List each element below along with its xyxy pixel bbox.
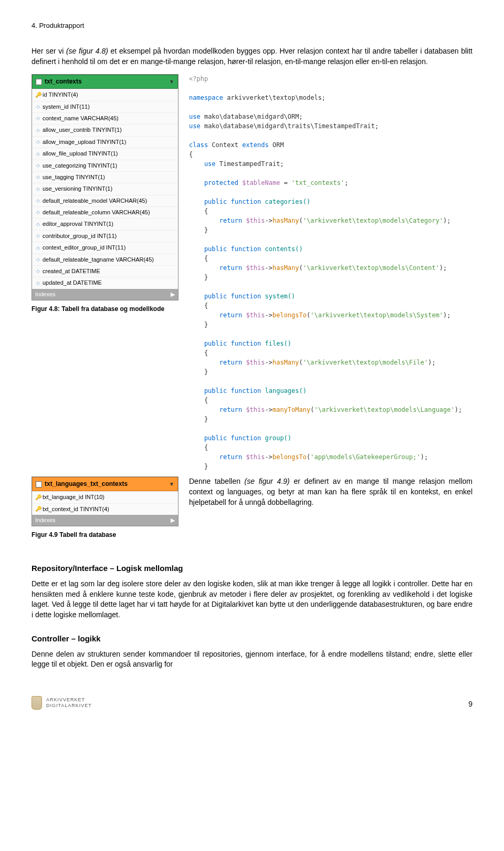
code-kw: use — [189, 113, 204, 120]
diamond-icon: ◇ — [35, 268, 40, 275]
code-op: -> — [265, 359, 272, 366]
code-string: '\arkivverket\textop\models\Category' — [303, 217, 443, 224]
intro-text-1: Her ser vi — [32, 47, 66, 55]
code-var: $this — [246, 453, 265, 461]
db-row: ◇editor_approval TINYINT(1) — [32, 218, 178, 230]
db-field: use_tagging TINYINT(1) — [43, 173, 105, 181]
collapse-icon: ▼ — [169, 78, 174, 86]
code-kw: public function — [189, 434, 265, 442]
db-field: default_relateable_tagname VARCHAR(45) — [43, 256, 154, 264]
db-row: ◇context_editor_group_id INT(11) — [32, 242, 178, 253]
indexes-label: Indexes — [35, 516, 56, 524]
code-block: <?php namespace arkivverket\textop\model… — [189, 74, 472, 471]
footer-logo: ARKIVVERKET DIGITALARKIVET — [32, 696, 92, 710]
db-row: ◇use_categorizing TINYINT(1) — [32, 160, 178, 171]
mid-text-1: Denne tabellen — [189, 477, 245, 485]
code-op: -> — [265, 264, 272, 272]
db-indexes: Indexes▶ — [32, 515, 178, 526]
code-var: $this — [246, 312, 265, 319]
db-field: allow_file_upload TINYINT(1) — [43, 150, 118, 158]
logo-line1: ARKIVVERKET — [46, 697, 92, 703]
code-text: mako\database\midgard\ORM; — [204, 113, 303, 120]
diamond-icon: ◇ — [35, 151, 40, 158]
db-row: ◇system_id INT(11) — [32, 101, 178, 112]
diamond-icon: ◇ — [35, 256, 40, 263]
diamond-icon: ◇ — [35, 115, 40, 122]
diamond-icon: ◇ — [35, 221, 40, 228]
code-brace: } — [189, 321, 208, 328]
code-fn: group() — [265, 434, 292, 442]
db-field: updated_at DATETIME — [43, 279, 102, 287]
code-kw: public function — [189, 293, 265, 300]
db-row: ◇contributor_group_id INT(11) — [32, 230, 178, 242]
db-field: use_categorizing TINYINT(1) — [43, 162, 117, 170]
diamond-icon: ◇ — [35, 198, 40, 204]
repository-paragraph: Dette er et lag som lar deg isolere stor… — [32, 579, 472, 620]
code-kw: public function — [189, 245, 265, 253]
table-icon — [36, 79, 42, 85]
db-field: id TINYINT(4) — [43, 91, 78, 99]
diamond-icon: ◇ — [35, 127, 40, 134]
code-kw: return — [189, 312, 246, 319]
code-string: '\arkivverket\textop\models\File' — [303, 359, 428, 366]
db-row: ◇default_relateable_column VARCHAR(45) — [32, 206, 178, 218]
controller-paragraph: Denne delen av strukturen sender kommand… — [32, 649, 472, 670]
key-icon: 🔑 — [35, 91, 40, 99]
db-row: 🔑txt_language_id INT(10) — [32, 491, 178, 503]
db-table-languages: txt_languages_txt_contexts ▼ 🔑txt_langua… — [32, 476, 178, 526]
code-var: $this — [246, 217, 265, 224]
code-fn: system() — [265, 293, 296, 300]
code-text: ORM — [272, 141, 284, 149]
code-paren: ); — [443, 217, 450, 224]
code-brace: { — [189, 302, 208, 309]
logo-text: ARKIVVERKET DIGITALARKIVET — [46, 697, 92, 709]
db-table-contexts: txt_contexts ▼ 🔑id TINYINT(4) ◇system_id… — [32, 74, 178, 300]
code-kw: public function — [189, 198, 265, 205]
diamond-icon: ◇ — [35, 280, 40, 287]
code-tag: <?php — [189, 75, 208, 82]
db-table-header: txt_contexts ▼ — [32, 75, 178, 89]
code-kw: public function — [189, 340, 265, 347]
code-paren: ( — [299, 217, 303, 224]
db-table-header: txt_languages_txt_contexts ▼ — [32, 477, 178, 491]
code-fn: languages() — [265, 387, 307, 395]
db-row: ◇use_versioning TINYINT(1) — [32, 183, 178, 194]
code-brace: { — [189, 151, 193, 158]
db-field: txt_language_id INT(10) — [43, 493, 104, 501]
code-kw: protected — [189, 179, 242, 186]
diamond-icon: ◇ — [35, 162, 40, 169]
code-kw: extends — [242, 141, 272, 149]
db-row: ◇allow_file_upload TINYINT(1) — [32, 148, 178, 159]
section-heading-repository: Repository/Interface – Logisk mellomlag — [32, 563, 472, 574]
diamond-icon: ◇ — [35, 103, 40, 110]
code-method: belongsTo — [272, 453, 307, 461]
code-brace: { — [189, 397, 208, 404]
section-heading-controller: Controller – logikk — [32, 633, 472, 644]
code-paren: ( — [299, 264, 303, 272]
code-brace: } — [189, 416, 208, 423]
page-header: 4. Produktrapport — [32, 21, 472, 30]
key-icon: 🔑 — [35, 494, 40, 501]
db-field: default_relateable_model VARCHAR(45) — [43, 197, 147, 205]
db-row: ◇updated_at DATETIME — [32, 277, 178, 288]
code-method: hasMany — [272, 217, 299, 224]
db-field: created_at DATETIME — [43, 267, 100, 275]
code-kw: return — [189, 264, 246, 272]
code-brace: } — [189, 463, 208, 470]
db-field: allow_image_upload TINYINT(1) — [43, 138, 126, 146]
db-table-name: txt_languages_txt_contexts — [45, 480, 169, 489]
db-row: ◇allow_user_contrib TINYINT(1) — [32, 124, 178, 136]
db-row: 🔑txt_context_id TINYINT(4) — [32, 503, 178, 515]
db-table-name: txt_contexts — [45, 77, 169, 86]
code-string: 'txt_contexts' — [291, 179, 344, 186]
code-op: -> — [265, 217, 272, 224]
code-brace: { — [189, 349, 208, 357]
code-kw: namespace — [189, 94, 227, 101]
db-field: context_editor_group_id INT(11) — [43, 244, 125, 252]
mid-paragraph: Denne tabellen (se figur 4.9) er definer… — [189, 476, 472, 550]
db-row: ◇use_tagging TINYINT(1) — [32, 171, 178, 183]
code-var: $tableName — [242, 179, 284, 186]
code-kw: return — [189, 217, 246, 224]
collapse-icon: ▼ — [169, 481, 174, 488]
db-row: ◇context_name VARCHAR(45) — [32, 112, 178, 124]
